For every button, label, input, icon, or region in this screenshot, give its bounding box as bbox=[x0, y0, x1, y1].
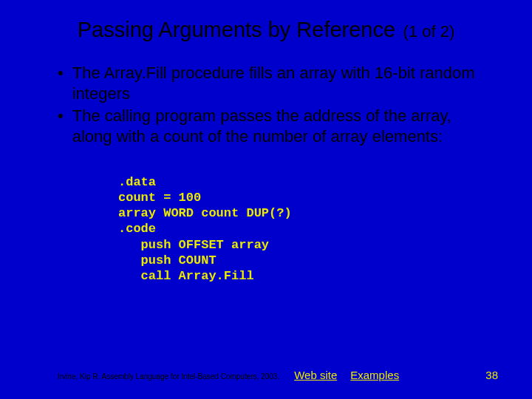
bullet-text: The calling program passes the address o… bbox=[72, 106, 488, 147]
citation-text: Irvine, Kip R. Assembly Language for Int… bbox=[58, 372, 279, 381]
slide-title-suffix: (1 of 2) bbox=[403, 22, 455, 41]
slide: Passing Arguments by Reference (1 of 2) … bbox=[0, 0, 532, 399]
bullet-text: The Array.Fill procedure fills an array … bbox=[72, 63, 488, 104]
code-block: .data count = 100 array WORD count DUP(?… bbox=[118, 174, 532, 284]
examples-link[interactable]: Examples bbox=[350, 369, 399, 381]
page-number: 38 bbox=[485, 369, 498, 381]
title-row: Passing Arguments by Reference (1 of 2) bbox=[0, 18, 532, 42]
bullet-item: • The Array.Fill procedure fills an arra… bbox=[58, 63, 488, 104]
bullet-list: • The Array.Fill procedure fills an arra… bbox=[0, 63, 532, 148]
bullet-dot-icon: • bbox=[58, 63, 64, 104]
footer: Irvine, Kip R. Assembly Language for Int… bbox=[0, 369, 532, 381]
slide-title: Passing Arguments by Reference bbox=[78, 18, 395, 41]
footer-links: Web site Examples bbox=[294, 369, 399, 381]
bullet-item: • The calling program passes the address… bbox=[58, 106, 488, 147]
bullet-dot-icon: • bbox=[58, 106, 64, 147]
website-link[interactable]: Web site bbox=[294, 369, 337, 381]
